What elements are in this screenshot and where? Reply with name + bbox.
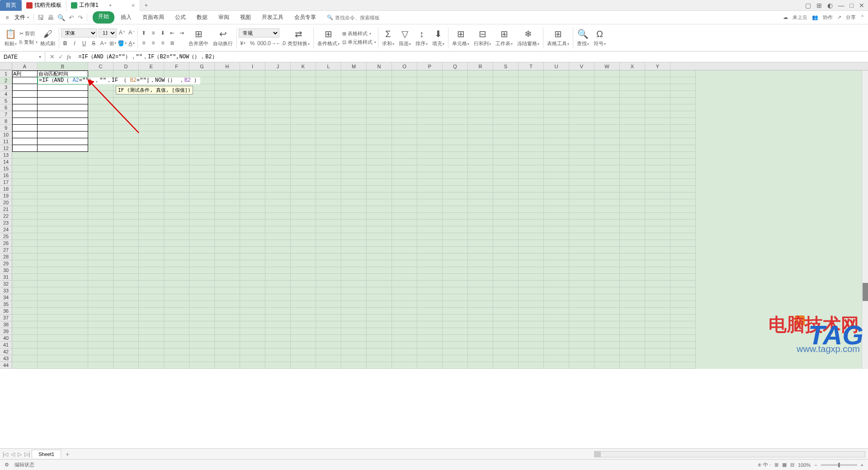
format-brush-button[interactable]: 🖌 格式刷 (38, 28, 57, 48)
row-header[interactable]: 24 (0, 226, 12, 233)
col-header-e[interactable]: E (139, 62, 164, 70)
save-icon[interactable]: 🖫 (38, 14, 44, 21)
align-top-icon[interactable]: ⬆ (140, 29, 148, 37)
row-header[interactable]: 2 (0, 77, 12, 84)
row-header[interactable]: 18 (0, 186, 12, 193)
col-header-s[interactable]: S (493, 62, 519, 70)
row-header[interactable]: 16 (0, 172, 12, 179)
currency-icon[interactable]: ¥▾ (239, 39, 247, 47)
col-header-b[interactable]: B (38, 62, 88, 70)
row-header[interactable]: 22 (0, 213, 12, 220)
row-header[interactable]: 26 (0, 240, 12, 247)
tab-dev[interactable]: 开发工具 (257, 11, 288, 24)
decimal-dec-icon[interactable]: ←.0 (277, 39, 285, 47)
share-icon[interactable]: ↗ (837, 14, 841, 20)
cell-b2-editing[interactable]: =IF（AND（ A2=""），""，IF （ B2=""|，NOW（） ，B2… (38, 77, 200, 84)
formula-input[interactable]: =IF（AND（A2=""），""，IF（B2="",NOW（），B2） (75, 52, 868, 61)
row-header[interactable]: 14 (0, 159, 12, 165)
cells-area[interactable]: A列 自动匹配时间 =IF（AND（ A2=""），""，IF （ B2=""|… (12, 70, 868, 369)
row-header[interactable]: 20 (0, 199, 12, 206)
indent-right-icon[interactable]: ⇥ (178, 29, 186, 37)
col-header-c[interactable]: C (88, 62, 113, 70)
preview-icon[interactable]: 🔍 (57, 14, 65, 21)
row-header[interactable]: 29 (0, 260, 12, 267)
col-header-m[interactable]: M (341, 62, 367, 70)
hscroll-thumb[interactable] (594, 451, 601, 457)
cell-style-button[interactable]: ⊡ 单元格样式▾ (342, 39, 376, 46)
zoom-out-icon[interactable]: − (814, 462, 817, 468)
tab-member[interactable]: 会员专享 (290, 11, 321, 24)
sort-button[interactable]: ↕排序▾ (414, 28, 429, 48)
row-header[interactable]: 40 (0, 335, 12, 342)
row-header[interactable]: 32 (0, 281, 12, 287)
align-center-icon[interactable]: ≡ (149, 39, 157, 47)
col-header-p[interactable]: P (417, 62, 443, 70)
view-page-icon[interactable]: ▦ (782, 462, 787, 468)
print-icon[interactable]: 🖶 (47, 14, 54, 21)
align-middle-icon[interactable]: ≡ (149, 29, 157, 37)
font-color2-button[interactable]: A▾ (127, 39, 136, 47)
cut-button[interactable]: ✂ 剪切 (19, 30, 38, 37)
col-header-u[interactable]: U (544, 62, 569, 70)
row-header[interactable]: 39 (0, 328, 12, 335)
row-header[interactable]: 44 (0, 362, 12, 369)
row-header[interactable]: 27 (0, 247, 12, 254)
tab-insert[interactable]: 插入 (116, 11, 136, 24)
minimize-icon[interactable]: — (838, 2, 844, 9)
col-header-k[interactable]: K (291, 62, 316, 70)
select-all-corner[interactable] (0, 62, 12, 70)
font-color-button[interactable]: A▾ (99, 39, 107, 47)
thousand-icon[interactable]: 000 (258, 39, 266, 47)
row-header[interactable]: 31 (0, 274, 12, 281)
cooperate-icon[interactable]: 👥 (812, 14, 818, 20)
cell-button[interactable]: ⊞单元格▾ (450, 28, 471, 48)
row-header[interactable]: 12 (0, 145, 12, 152)
row-header[interactable]: 7 (0, 111, 12, 118)
cond-format-button[interactable]: ⊞ 条件格式▾ (316, 28, 341, 48)
table-style-button[interactable]: ⊞ 表格样式▾ (342, 30, 376, 37)
add-sheet-button[interactable]: + (63, 451, 72, 458)
tab-page-layout[interactable]: 页面布局 (138, 11, 169, 24)
row-header[interactable]: 17 (0, 179, 12, 186)
decimal-inc-icon[interactable]: .0→ (267, 39, 275, 47)
bold-button[interactable]: B (61, 39, 69, 47)
row-header[interactable]: 11 (0, 138, 12, 145)
col-header-x[interactable]: X (620, 62, 645, 70)
percent-icon[interactable]: % (248, 39, 256, 47)
menu-file[interactable]: 文件 ▾ (12, 12, 32, 23)
row-header[interactable]: 23 (0, 220, 12, 226)
cooperate-label[interactable]: 协作 (823, 14, 833, 21)
copy-button[interactable]: ⎘ 复制▾ (19, 39, 38, 46)
row-header[interactable]: 3 (0, 84, 12, 91)
col-header-d[interactable]: D (113, 62, 139, 70)
row-header[interactable]: 28 (0, 254, 12, 260)
collapse-icon[interactable]: ⌃ (860, 14, 864, 20)
menu-search[interactable]: 🔍 (327, 14, 389, 20)
italic-button[interactable]: I (71, 39, 79, 47)
justify-icon[interactable]: ≣ (168, 39, 176, 47)
merge-button[interactable]: ⊞ 合并居中 (187, 28, 210, 48)
row-header[interactable]: 35 (0, 301, 12, 308)
tab-formula[interactable]: 公式 (170, 11, 190, 24)
col-header-v[interactable]: V (569, 62, 594, 70)
col-header-h[interactable]: H (215, 62, 240, 70)
cloud-icon[interactable]: ☁ (783, 14, 788, 20)
ime-icon[interactable]: ⊕ 中 · (758, 461, 771, 468)
paste-button[interactable]: 📋 粘贴▾ (3, 28, 19, 48)
sheet-prev-icon[interactable]: ◁ (11, 451, 15, 457)
cell-b1[interactable]: 自动匹配时间 (38, 70, 68, 77)
row-header[interactable]: 6 (0, 104, 12, 111)
row-header[interactable]: 37 (0, 315, 12, 321)
redo-icon[interactable]: ↷ (78, 14, 83, 21)
row-header[interactable]: 9 (0, 125, 12, 132)
decrease-font-icon[interactable]: A⁻ (127, 28, 136, 37)
share-label[interactable]: 分享 (846, 14, 856, 21)
row-header[interactable]: 10 (0, 132, 12, 138)
settings-icon[interactable]: ⚙ (5, 462, 9, 468)
tab-document[interactable]: 工作簿1 • × (66, 0, 140, 11)
row-header[interactable]: 25 (0, 233, 12, 240)
col-header-q[interactable]: Q (443, 62, 468, 70)
row-header[interactable]: 13 (0, 152, 12, 159)
font-name-select[interactable]: 宋体 (61, 28, 97, 38)
col-header-n[interactable]: N (367, 62, 392, 70)
